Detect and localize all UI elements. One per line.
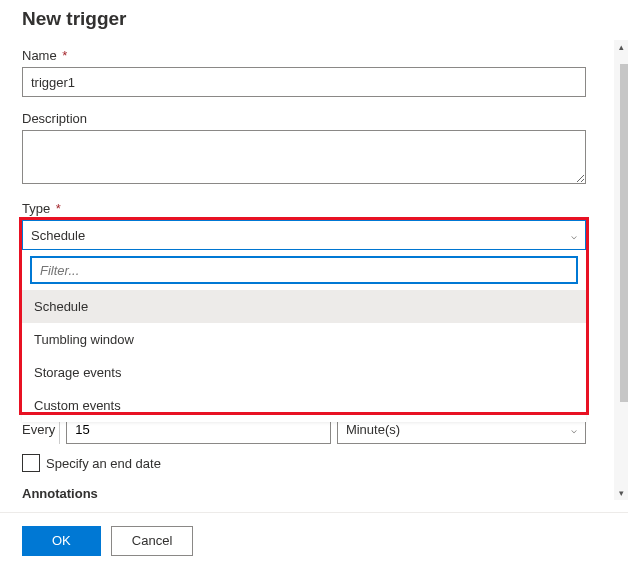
type-selected-value: Schedule xyxy=(31,228,85,243)
type-field-block: Type * Schedule ⌵ Schedule Tumbling wind… xyxy=(22,201,606,250)
description-field-block: Description xyxy=(22,111,606,187)
panel-footer: OK Cancel xyxy=(0,512,628,568)
name-input[interactable] xyxy=(22,67,586,97)
new-trigger-panel: New trigger Name * Description Type * Sc… xyxy=(0,0,628,500)
type-filter-input[interactable] xyxy=(30,256,578,284)
end-date-checkbox[interactable] xyxy=(22,454,40,472)
type-option-custom-events[interactable]: Custom events xyxy=(22,389,586,422)
type-option-storage-events[interactable]: Storage events xyxy=(22,356,586,389)
end-date-row: Specify an end date xyxy=(22,454,161,472)
type-dropdown-popup: Schedule Tumbling window Storage events … xyxy=(22,250,586,422)
scroll-up-icon[interactable]: ▴ xyxy=(614,40,628,54)
name-field-block: Name * xyxy=(22,48,606,97)
type-dropdown: Schedule ⌵ Schedule Tumbling window Stor… xyxy=(22,220,586,250)
chevron-down-icon: ⌵ xyxy=(571,230,577,241)
chevron-down-icon: ⌵ xyxy=(571,424,577,435)
recurrence-unit-value: Minute(s) xyxy=(346,422,400,437)
scrollbar-thumb[interactable] xyxy=(620,64,628,402)
name-label: Name * xyxy=(22,48,606,63)
cancel-button[interactable]: Cancel xyxy=(111,526,193,556)
type-required-asterisk: * xyxy=(56,201,61,216)
panel-title: New trigger xyxy=(22,8,606,30)
type-dropdown-trigger[interactable]: Schedule ⌵ xyxy=(22,220,586,250)
name-required-asterisk: * xyxy=(62,48,67,63)
end-date-label: Specify an end date xyxy=(46,456,161,471)
name-label-text: Name xyxy=(22,48,57,63)
annotations-heading: Annotations xyxy=(22,486,98,501)
type-option-tumbling-window[interactable]: Tumbling window xyxy=(22,323,586,356)
description-label: Description xyxy=(22,111,606,126)
type-options-list: Schedule Tumbling window Storage events … xyxy=(22,290,586,422)
type-label: Type * xyxy=(22,201,606,216)
ok-button[interactable]: OK xyxy=(22,526,101,556)
type-option-schedule[interactable]: Schedule xyxy=(22,290,586,323)
scroll-down-icon[interactable]: ▾ xyxy=(614,486,628,500)
description-textarea[interactable] xyxy=(22,130,586,184)
type-label-text: Type xyxy=(22,201,50,216)
